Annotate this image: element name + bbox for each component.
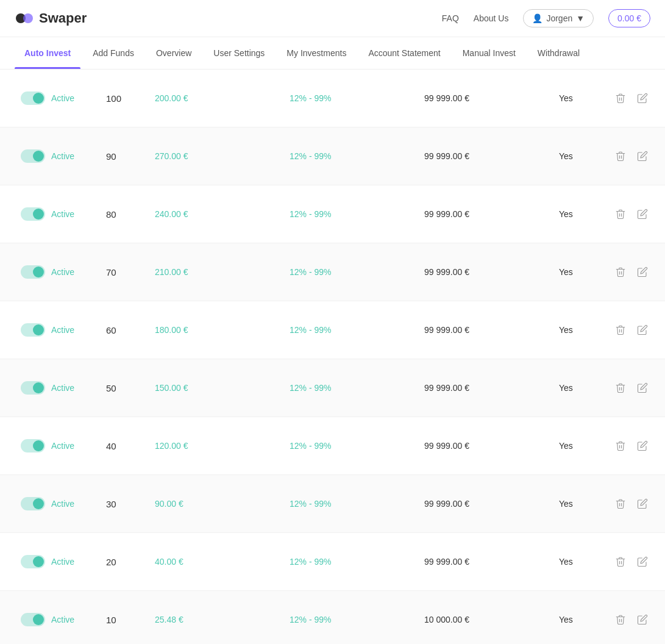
delete-button[interactable] — [613, 554, 628, 570]
trash-icon — [615, 556, 626, 567]
toggle-dot — [33, 498, 44, 509]
toggle-switch[interactable] — [21, 323, 45, 337]
number-col: 20 — [106, 557, 155, 567]
user-name: Jorgen — [546, 13, 572, 23]
edit-button[interactable] — [635, 380, 650, 396]
status-badge: Active — [51, 441, 74, 451]
delete-button[interactable] — [613, 90, 628, 106]
toggle-switch[interactable] — [21, 91, 45, 105]
reinvest-col: Yes — [559, 441, 608, 451]
interest-col: 12% - 99% — [290, 93, 424, 103]
number-col: 60 — [106, 325, 155, 335]
faq-link[interactable]: FAQ — [442, 13, 459, 23]
amount-col: 25.48 € — [155, 615, 290, 624]
delete-button[interactable] — [613, 438, 628, 454]
toggle-switch[interactable] — [21, 613, 45, 626]
nav-account-statement[interactable]: Account Statement — [358, 37, 450, 69]
status-col: Active — [51, 209, 106, 220]
amount-col: 150.00 € — [155, 383, 290, 393]
edit-icon — [637, 614, 648, 625]
status-col: Active — [51, 324, 106, 335]
about-link[interactable]: About Us — [474, 13, 509, 23]
edit-button[interactable] — [635, 612, 650, 628]
toggle-switch[interactable] — [21, 555, 45, 568]
trash-icon — [615, 614, 626, 625]
delete-button[interactable] — [613, 612, 628, 628]
max-col: 99 999.00 € — [424, 383, 559, 393]
edit-button[interactable] — [635, 496, 650, 512]
actions-col — [608, 264, 650, 280]
delete-button[interactable] — [613, 496, 628, 512]
toggle-col — [15, 613, 51, 626]
nav-user-settings[interactable]: User Settings — [204, 37, 274, 69]
edit-icon — [637, 498, 648, 509]
number-col: 40 — [106, 441, 155, 451]
actions-col — [608, 438, 650, 454]
status-badge: Active — [51, 267, 74, 277]
delete-button[interactable] — [613, 148, 628, 164]
max-col: 10 000.00 € — [424, 615, 559, 624]
logo: Swaper — [15, 9, 87, 28]
delete-button[interactable] — [613, 380, 628, 396]
status-badge: Active — [51, 325, 74, 335]
table-row: Active 90 270.00 € 12% - 99% 99 999.00 €… — [0, 127, 665, 185]
max-col: 99 999.00 € — [424, 325, 559, 335]
nav-withdrawal[interactable]: Withdrawal — [528, 37, 589, 69]
max-col: 99 999.00 € — [424, 499, 559, 509]
actions-col — [608, 380, 650, 396]
trash-icon — [615, 267, 626, 277]
nav-auto-invest[interactable]: Auto Invest — [15, 37, 80, 69]
toggle-dot — [33, 267, 44, 277]
edit-button[interactable] — [635, 206, 650, 222]
status-badge: Active — [51, 557, 74, 567]
edit-button[interactable] — [635, 90, 650, 106]
toggle-col — [15, 265, 51, 279]
nav-manual-invest[interactable]: Manual Invest — [453, 37, 525, 69]
edit-button[interactable] — [635, 554, 650, 570]
number-col: 10 — [106, 615, 155, 625]
toggle-col — [15, 497, 51, 510]
main-nav: Auto Invest Add Funds Overview User Sett… — [0, 37, 665, 70]
delete-button[interactable] — [613, 264, 628, 280]
balance-button[interactable]: 0.00 € — [608, 9, 650, 27]
max-col: 99 999.00 € — [424, 209, 559, 219]
edit-button[interactable] — [635, 322, 650, 338]
toggle-switch[interactable] — [21, 265, 45, 279]
nav-add-funds[interactable]: Add Funds — [83, 37, 144, 69]
toggle-switch[interactable] — [21, 381, 45, 395]
toggle-switch[interactable] — [21, 207, 45, 221]
reinvest-col: Yes — [559, 615, 608, 624]
toggle-switch[interactable] — [21, 497, 45, 510]
edit-icon — [637, 209, 648, 220]
max-col: 99 999.00 € — [424, 267, 559, 277]
table-row: Active 50 150.00 € 12% - 99% 99 999.00 €… — [0, 359, 665, 417]
delete-button[interactable] — [613, 206, 628, 222]
interest-col: 12% - 99% — [290, 383, 424, 393]
interest-col: 12% - 99% — [290, 267, 424, 277]
amount-col: 210.00 € — [155, 267, 290, 277]
user-menu-button[interactable]: 👤 Jorgen ▼ — [523, 9, 594, 27]
edit-button[interactable] — [635, 438, 650, 454]
trash-icon — [615, 382, 626, 393]
toggle-switch[interactable] — [21, 439, 45, 453]
trash-icon — [615, 498, 626, 509]
actions-col — [608, 148, 650, 164]
nav-overview[interactable]: Overview — [146, 37, 201, 69]
actions-col — [608, 612, 650, 628]
toggle-col — [15, 555, 51, 568]
reinvest-col: Yes — [559, 93, 608, 103]
auto-invest-table: Active 100 200.00 € 12% - 99% 99 999.00 … — [0, 70, 665, 644]
edit-button[interactable] — [635, 264, 650, 280]
toggle-switch[interactable] — [21, 149, 45, 163]
actions-col — [608, 322, 650, 338]
edit-button[interactable] — [635, 148, 650, 164]
amount-col: 240.00 € — [155, 209, 290, 219]
status-badge: Active — [51, 209, 74, 219]
toggle-col — [15, 381, 51, 395]
amount-col: 200.00 € — [155, 93, 290, 103]
delete-button[interactable] — [613, 322, 628, 338]
toggle-col — [15, 439, 51, 453]
trash-icon — [615, 209, 626, 220]
nav-my-investments[interactable]: My Investments — [277, 37, 356, 69]
max-col: 99 999.00 € — [424, 151, 559, 161]
